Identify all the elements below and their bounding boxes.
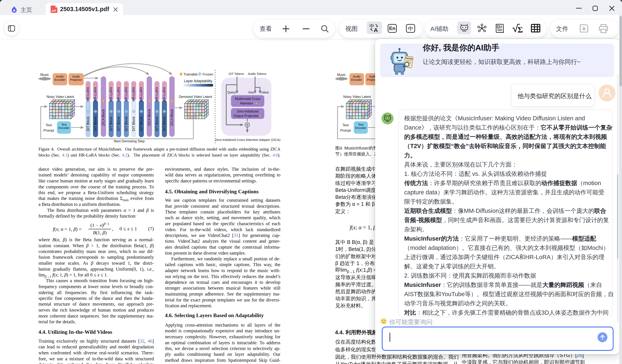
- svg-text:Text: Text: [61, 123, 67, 126]
- svg-text:Query: Query: [228, 91, 236, 94]
- svg-text:HR-LoRA: HR-LoRA: [155, 87, 158, 102]
- svg-text:Text: Text: [46, 123, 52, 127]
- svg-text:Audio: Audio: [353, 75, 360, 78]
- svg-text:Trainable: Trainable: [183, 72, 197, 76]
- svg-text:HR-LoRA: HR-LoRA: [132, 87, 135, 102]
- svg-text:Frozen: Frozen: [203, 72, 213, 76]
- svg-text:Encoder: Encoder: [351, 78, 362, 81]
- svg-text:Encoder: Encoder: [54, 78, 65, 81]
- svg-text:Text: Text: [358, 123, 364, 126]
- svg-text:Output Projection: Output Projection: [233, 114, 259, 118]
- svg-text:ZICA Block: ZICA Block: [170, 109, 174, 126]
- svg-text:Audio: Audio: [56, 75, 64, 78]
- svg-text:DiT Block: DiT Block: [155, 116, 158, 131]
- svg-text:Music: Music: [40, 73, 49, 77]
- svg-text:ZICA Block: ZICA Block: [147, 109, 151, 126]
- svg-text:Music: Music: [337, 73, 346, 77]
- svg-text:Multimodal Cross: Multimodal Cross: [235, 97, 260, 101]
- svg-text:Σ: Σ: [518, 25, 523, 33]
- svg-text:DiT Block: DiT Block: [109, 116, 113, 131]
- svg-text:Zero-Initialized Cross Attenti: Zero-Initialized Cross Attention Adapter…: [215, 138, 281, 141]
- svg-text:Encoder: Encoder: [355, 126, 366, 130]
- svg-text:DiT Block: DiT Block: [93, 116, 97, 131]
- svg-text:DiT Block: DiT Block: [162, 116, 166, 131]
- svg-text:ZICA Block: ZICA Block: [101, 109, 105, 126]
- svg-text:Noisy Video Latent: Noisy Video Latent: [46, 95, 74, 98]
- svg-text:HR-LoRA: HR-LoRA: [109, 87, 113, 102]
- svg-text:Audio: Audio: [72, 75, 80, 78]
- svg-text:Prompt: Prompt: [340, 129, 351, 132]
- svg-text:Text: Text: [343, 123, 349, 127]
- svg-text:pdf: pdf: [52, 9, 56, 12]
- svg-text:Projector: Projector: [70, 78, 82, 81]
- svg-text:DiT Block: DiT Block: [117, 116, 120, 131]
- svg-text:Zero-Initialized: Zero-Initialized: [237, 110, 259, 113]
- svg-text:Value: Value: [261, 91, 269, 94]
- svg-text:HR-LoRA: HR-LoRA: [124, 87, 128, 102]
- svg-text:Noisy Video Latent: Noisy Video Latent: [343, 95, 371, 98]
- svg-text:Denoised Video Latent: Denoised Video Latent: [179, 95, 212, 98]
- svg-text:Audio Tokens: Audio Tokens: [248, 72, 266, 76]
- svg-text:DiT Block: DiT Block: [139, 116, 143, 131]
- svg-text:Attention: Attention: [240, 102, 253, 105]
- svg-text:Encoder: Encoder: [58, 126, 70, 130]
- svg-text:HR-LoRA: HR-LoRA: [162, 87, 166, 102]
- svg-text:Prompt: Prompt: [43, 129, 54, 132]
- svg-text:HR-LoRA: HR-LoRA: [86, 87, 90, 102]
- svg-text:Next Denoising Step: Next Denoising Step: [114, 139, 145, 143]
- svg-text:A: A: [374, 27, 378, 33]
- svg-text:HR-LoRA: HR-LoRA: [139, 87, 143, 102]
- svg-text:HR-LoRA: HR-LoRA: [93, 87, 97, 102]
- svg-text:Layer Adaptability: Layer Adaptability: [184, 79, 212, 83]
- svg-text:HR-LoRA: HR-LoRA: [117, 87, 120, 102]
- svg-text:DiT Block: DiT Block: [86, 116, 90, 131]
- svg-text:DiT Block: DiT Block: [124, 116, 128, 131]
- svg-text:DiT Tokens: DiT Tokens: [229, 72, 244, 76]
- svg-text:DiT Block: DiT Block: [132, 116, 135, 131]
- svg-text:Key: Key: [249, 91, 254, 94]
